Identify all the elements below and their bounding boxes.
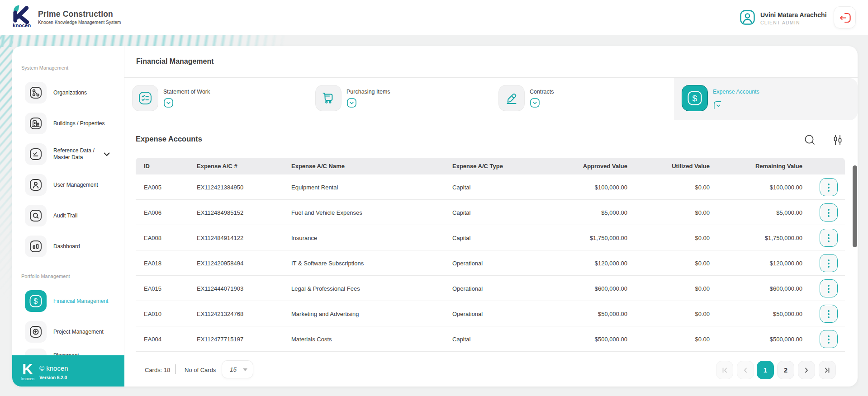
- svg-text:$: $: [693, 94, 697, 103]
- svg-text:$: $: [33, 297, 38, 305]
- svg-text:knocen: knocen: [21, 377, 34, 381]
- svg-text:K: K: [22, 361, 33, 377]
- svg-text:knocen: knocen: [13, 23, 31, 28]
